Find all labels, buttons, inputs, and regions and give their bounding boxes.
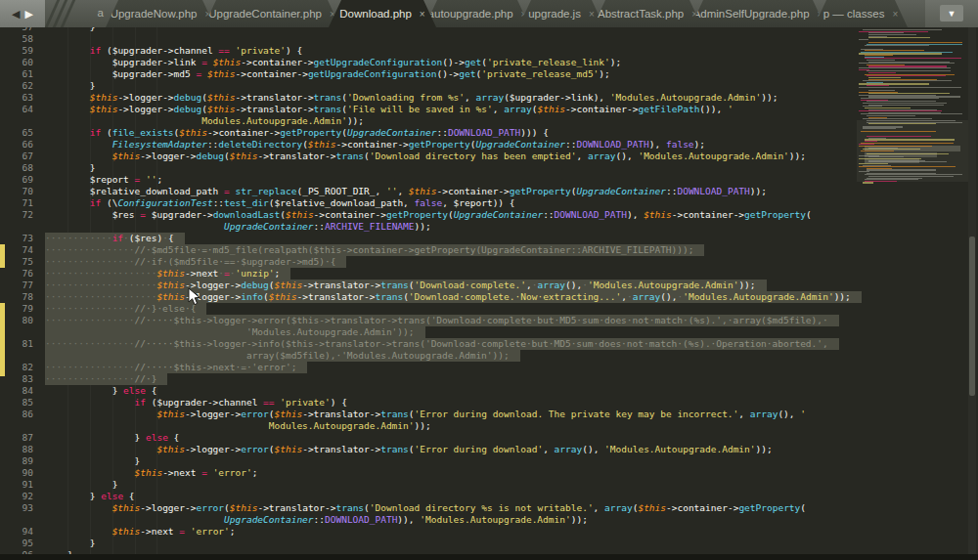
tab-adminselfupgrade.php[interactable]: AdminSelfUpgrade.php×	[690, 0, 825, 27]
editor[interactable]: 57 }5859 if ($upgrader->channel == 'priv…	[0, 27, 978, 560]
nav-forward-icon[interactable]: ▶	[25, 9, 33, 20]
code-line[interactable]: UpgradeContainer::ARCHIVE_FILENAME));	[0, 221, 978, 233]
code-line[interactable]: 82················//·····$this->next·=·'…	[0, 362, 978, 373]
code-line[interactable]: Modules.Autoupgrade.Admin'));	[0, 420, 978, 432]
code-line[interactable]: 85 if ($upgrader->channel == 'private') …	[0, 397, 978, 409]
line-number[interactable]: 81	[0, 338, 33, 350]
collapsed-tabs-stack[interactable]: a	[45, 0, 106, 27]
code-line[interactable]: 69 $report = '';	[0, 174, 978, 186]
line-number[interactable]: 70	[0, 186, 33, 197]
code-line[interactable]: 63 $this->logger->debug($this->translato…	[0, 92, 978, 104]
line-number[interactable]	[0, 221, 33, 233]
line-number[interactable]: 93	[0, 502, 33, 514]
line-number[interactable]: 76	[0, 268, 33, 280]
code-line[interactable]: 65 if (file_exists($this->container->get…	[0, 127, 978, 139]
code-line[interactable]: 91 }	[0, 479, 978, 491]
code-line[interactable]: 75················//·if·($md5file·==·$up…	[0, 256, 978, 268]
code-line[interactable]: 90 $this->next = 'error';	[0, 467, 978, 479]
code-line[interactable]: 84 } else {	[0, 385, 978, 397]
line-number[interactable]: 87	[0, 432, 33, 444]
code-line[interactable]: 68 }	[0, 162, 978, 174]
line-number[interactable]: 95	[0, 538, 33, 549]
code-line[interactable]: 58	[0, 33, 978, 45]
tab-close-icon[interactable]: ×	[892, 9, 898, 20]
line-number[interactable]: 69	[0, 174, 33, 186]
line-number[interactable]: 59	[0, 45, 33, 57]
line-number[interactable]: 82	[0, 362, 33, 373]
line-number[interactable]: 78	[0, 291, 33, 303]
line-number[interactable]: 74	[0, 244, 33, 256]
line-number[interactable]: 61	[0, 68, 33, 80]
code-line[interactable]: 59 if ($upgrader->channel == 'private') …	[0, 45, 978, 57]
code-line[interactable]: 76····················$this->next·=·'unz…	[0, 268, 978, 280]
code-line[interactable]: 93 $this->logger->error($this->translato…	[0, 502, 978, 514]
line-number[interactable]: 67	[0, 151, 33, 162]
tab-download.php[interactable]: Download.php×	[329, 0, 436, 27]
code-line[interactable]: 92 } else {	[0, 491, 978, 502]
line-number[interactable]: 58	[0, 33, 33, 45]
tab-close-icon[interactable]: ×	[420, 9, 425, 20]
code-line[interactable]: 74················//·$md5file·=·md5_file…	[0, 244, 978, 256]
line-number[interactable]	[0, 326, 33, 338]
line-number[interactable]: 75	[0, 256, 33, 268]
nav-back-icon[interactable]: ◀	[12, 9, 20, 20]
code-line[interactable]: Modules.Autoupgrade.Admin'));	[0, 115, 978, 127]
tab-upgradecontainer.php[interactable]: UpgradeContainer.php×	[203, 0, 340, 27]
line-number[interactable]: 92	[0, 491, 33, 502]
line-number[interactable]: 89	[0, 455, 33, 467]
line-number[interactable]	[0, 350, 33, 362]
tab-close-icon[interactable]: ×	[589, 9, 595, 20]
scrollbar-thumb[interactable]	[969, 237, 975, 396]
tab-upgradenow.php[interactable]: UpgradeNow.php×	[106, 0, 215, 27]
line-number[interactable]: 83	[0, 373, 33, 385]
code-line[interactable]: 78····················$this->logger->inf…	[0, 291, 978, 303]
line-number[interactable]: 88	[0, 444, 33, 455]
code-line[interactable]: UpgradeContainer::DOWNLOAD_PATH)), 'Modu…	[0, 514, 978, 526]
code-line[interactable]: 88 $this->logger->error($this->translato…	[0, 444, 978, 455]
code-line[interactable]: 77····················$this->logger->deb…	[0, 280, 978, 291]
tab-upgrade.js[interactable]: upgrade.js×	[518, 0, 604, 27]
line-number[interactable]: 86	[0, 409, 33, 420]
code-line[interactable]: 73············if·($res)·{	[0, 233, 978, 244]
line-number[interactable]: 94	[0, 526, 33, 538]
line-number[interactable]: 72	[0, 209, 33, 221]
line-number[interactable]	[0, 115, 33, 127]
line-number[interactable]: 85	[0, 397, 33, 409]
minimap[interactable]	[857, 27, 968, 560]
code-line[interactable]: 83················//·}	[0, 373, 978, 385]
line-number[interactable]: 60	[0, 57, 33, 68]
code-line[interactable]: 67 $this->logger->debug($this->translato…	[0, 151, 978, 162]
line-number[interactable]	[0, 420, 33, 432]
code-line[interactable]: 71 if (\ConfigurationTest::test_dir($rel…	[0, 197, 978, 209]
line-number[interactable]: 84	[0, 385, 33, 397]
line-number[interactable]: 77	[0, 280, 33, 291]
line-number[interactable]: 66	[0, 139, 33, 151]
code-line[interactable]: 86 $this->logger->error($this->translato…	[0, 409, 978, 420]
code-line[interactable]: 70 $relative_download_path = str_replace…	[0, 186, 978, 197]
code-line[interactable]: 62 }	[0, 80, 978, 92]
line-number[interactable]: 65	[0, 127, 33, 139]
code-line[interactable]: 80················//·····$this->logger->…	[0, 315, 978, 326]
line-number[interactable]: 91	[0, 479, 33, 491]
code-line[interactable]: 60 $upgrader->link = $this->container->g…	[0, 57, 978, 68]
code-line[interactable]: 72 $res = $upgrader->downloadLast($this-…	[0, 209, 978, 221]
code-line[interactable]: 87 } else {	[0, 432, 978, 444]
line-number[interactable]: 68	[0, 162, 33, 174]
line-number[interactable]: 90	[0, 467, 33, 479]
code-line[interactable]: 79················//·}·else·{	[0, 303, 978, 315]
line-number[interactable]: 73	[0, 233, 33, 244]
code-line[interactable]: 81················//·····$this->logger->…	[0, 338, 978, 350]
tab-p-classes[interactable]: p — classes×	[814, 0, 908, 27]
scrollbar-track[interactable]	[968, 27, 976, 560]
line-number[interactable]	[0, 514, 33, 526]
code-line[interactable]: 'Modules.Autoupgrade.Admin'));	[0, 326, 978, 338]
code-line[interactable]: array($md5file),·'Modules.Autoupgrade.Ad…	[0, 350, 978, 362]
code-line[interactable]: 61 $upgrader->md5 = $this->container->ge…	[0, 68, 978, 80]
code-line[interactable]: 89 }	[0, 455, 978, 467]
line-number[interactable]: 80	[0, 315, 33, 326]
line-number[interactable]: 71	[0, 197, 33, 209]
line-number[interactable]: 64	[0, 104, 33, 115]
line-number[interactable]: 62	[0, 80, 33, 92]
line-number[interactable]: 79	[0, 303, 33, 315]
tab-overflow-button[interactable]: ▼	[940, 5, 963, 22]
